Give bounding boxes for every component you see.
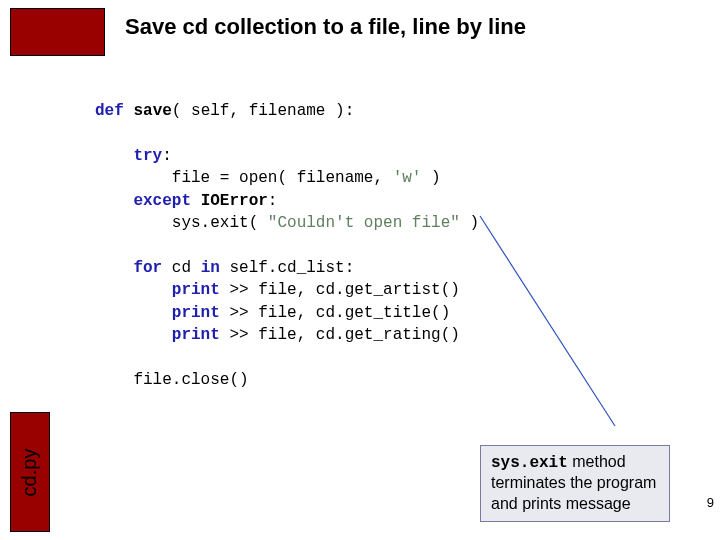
p-artist: >> file, cd.get_artist() [220, 281, 460, 299]
io-error: IOError [201, 192, 268, 210]
kw-print-1: print [172, 281, 220, 299]
annotation-callout: sys.exit method terminates the program a… [480, 445, 670, 522]
callout-mono: sys.exit [491, 454, 568, 472]
kw-except: except [133, 192, 191, 210]
sysexit-str: "Couldn't open file" [268, 214, 460, 232]
fn-name: save [133, 102, 171, 120]
kw-in: in [201, 259, 220, 277]
code-snippet: def save( self, filename ): try: file = … [95, 100, 479, 391]
kw-print-2: print [172, 304, 220, 322]
filename-label: cd.py [19, 448, 42, 496]
sysexit-after: ) [460, 214, 479, 232]
for-mid: cd [162, 259, 200, 277]
for-rest: self.cd_list: [220, 259, 354, 277]
svg-line-0 [480, 216, 615, 426]
page-number: 9 [707, 495, 714, 510]
p-title: >> file, cd.get_title() [220, 304, 450, 322]
callout-arrow [480, 216, 655, 436]
filename-sidebar: cd.py [10, 412, 50, 532]
str-w: 'w' [393, 169, 422, 187]
sysexit-call: sys.exit( [172, 214, 268, 232]
kw-def: def [95, 102, 124, 120]
p-rating: >> file, cd.get_rating() [220, 326, 460, 344]
kw-print-3: print [172, 326, 220, 344]
close-line: file.close() [133, 371, 248, 389]
sig-rest: ( self, filename ): [172, 102, 354, 120]
kw-for: for [133, 259, 162, 277]
slide-accent-box [10, 8, 105, 56]
open-after: ) [421, 169, 440, 187]
slide-title: Save cd collection to a file, line by li… [125, 14, 526, 40]
open-line: file = open( filename, [172, 169, 393, 187]
kw-try: try [133, 147, 162, 165]
